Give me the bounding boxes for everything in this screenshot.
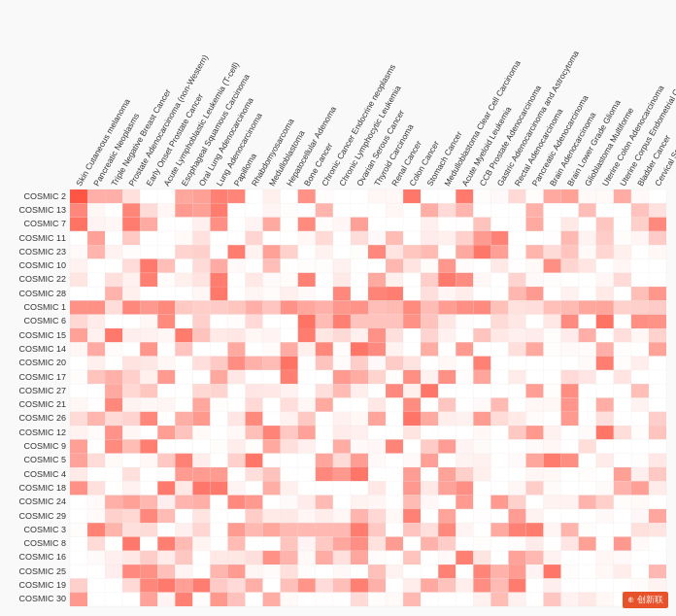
heatmap-canvas <box>0 0 676 616</box>
heatmap-container <box>0 0 676 616</box>
watermark-badge: ⊕ 创新联 <box>623 592 668 608</box>
watermark-text: ⊕ 创新联 <box>627 595 663 604</box>
